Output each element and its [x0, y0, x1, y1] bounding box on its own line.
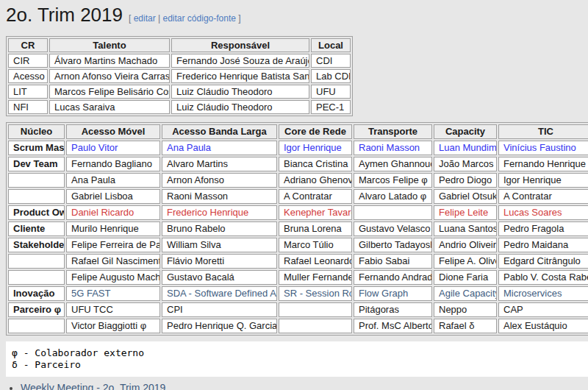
topic-link[interactable]: Microservices [503, 288, 562, 299]
table-cell: UFU TCC [66, 302, 160, 317]
table-cell: Marcos Felipe φ [354, 173, 432, 188]
table-cell: Lucas Soares [498, 205, 588, 220]
table-cell: Lucas Saraiva [49, 100, 170, 114]
table-cell: CIR [8, 54, 48, 68]
table-cell: Arnon Afonso [162, 173, 277, 188]
table-cell: Felipe A. Oliveira [434, 254, 497, 269]
table-cell: Arnon Afonso Vieira Carrasco [49, 69, 170, 83]
table-row: NFI Lucas Saraiva Luiz Cláudio Theodoro … [8, 100, 351, 114]
table-cell: Bianca Cristina [279, 157, 352, 171]
legend-line: φ - Colaborador externo [12, 347, 144, 358]
column-header: Núcleo [8, 124, 65, 139]
table-cell: Igor Henrique [498, 173, 588, 188]
row-label: Dev Team [8, 157, 65, 171]
table-cell: Rafael δ [434, 319, 497, 333]
legend-line: δ - Parceiro [12, 359, 81, 370]
table-cell: Pedro Maidana [498, 238, 588, 252]
table-cell: Gustavo Bacalá [162, 270, 277, 285]
table-cell: Raoni Masson [162, 189, 277, 204]
table-cell: Alvaro Latado φ [354, 189, 432, 204]
topic-link[interactable]: SR - Session Router [284, 288, 352, 299]
table-cell: CDI [311, 54, 351, 68]
page-title: 2o. Trim 2019 [6, 4, 123, 26]
weekly-meeting-link[interactable]: Weekly Meeting - 2o. Trim 2019 [21, 382, 165, 390]
column-header: Capacity [434, 124, 497, 139]
table-cell: NFI [8, 100, 48, 114]
table-row-stakeholders: Felipe Augusto Machado Gustavo Bacalá Mu… [8, 270, 588, 285]
person-link[interactable]: Luan Mundim [439, 142, 497, 153]
table-cell [279, 319, 352, 333]
person-link-red[interactable]: Felipe Leite [439, 207, 488, 218]
table-cell: Álvaro Martins Machado [49, 54, 170, 68]
person-link[interactable]: Paulo Vitor [71, 142, 118, 153]
table-row-parceiro: Victor Biaggiotti φ Pedro Henrique Q. Ga… [8, 319, 588, 333]
person-link-red[interactable]: Frederico Henrique [167, 207, 248, 218]
edit-link[interactable]: editar [134, 13, 156, 24]
cr-table: CR Talento Responsável Local CIR Álvaro … [6, 36, 353, 116]
table-cell: Luan Mundim [434, 141, 497, 155]
row-label [8, 189, 65, 204]
table-cell: SR - Session Router [279, 286, 352, 301]
table-cell: William Silva [162, 238, 277, 252]
row-label: Stakeholders [8, 238, 65, 252]
table-cell: Fernando José Souza de Araújo Faro [171, 54, 309, 68]
table-cell: Frederico Henrique Batista Santos [171, 69, 309, 83]
column-header: TIC [498, 124, 588, 139]
legend-note: φ - Colaborador externo δ - Parceiro [6, 341, 588, 377]
table-cell: Flávio Moretti [162, 254, 277, 269]
row-label [8, 254, 65, 269]
column-header: Transporte [354, 124, 432, 139]
topic-link[interactable]: Agile Capacity [439, 288, 497, 299]
person-link-red[interactable]: Lucas Soares [503, 207, 562, 218]
topic-link[interactable]: 5G FAST [71, 288, 110, 299]
person-link[interactable]: Igor Henrique [284, 142, 342, 153]
row-label: Product Owner [8, 205, 65, 220]
row-label: Inovação [8, 286, 65, 301]
table-cell: Ana Paula [66, 173, 160, 188]
table-cell: Kenepher Tavares [279, 205, 352, 220]
topic-link[interactable]: Flow Graph [359, 288, 408, 299]
edit-source-link[interactable]: editar código-fonte [163, 13, 236, 24]
table-row-stakeholders: Stakeholders Felipe Ferreira de Paula Wi… [8, 238, 588, 252]
person-link[interactable]: Ana Paula [167, 142, 211, 153]
table-cell: Fernando Bagliano [66, 157, 160, 171]
person-link-red[interactable]: Kenepher Tavares [284, 207, 352, 218]
table-cell: Gustavo Velasco [354, 221, 432, 236]
separator: | [158, 13, 160, 24]
table-cell: Pitágoras [354, 302, 432, 317]
table-cell: LIT [8, 85, 48, 99]
table-cell: Raoni Masson [354, 141, 432, 155]
table-cell: Gabriel Otsuka [434, 189, 497, 204]
row-label: Cliente [8, 221, 65, 236]
table-cell: Agile Capacity [434, 286, 497, 301]
topic-link[interactable]: SDA - Software Defined Access [167, 288, 277, 299]
table-cell: Edgard Citrângulo [498, 254, 588, 269]
person-link[interactable]: Vinícius Faustino [503, 142, 576, 153]
bracket-open: [ [129, 13, 131, 24]
table-cell: A Contratar [279, 189, 352, 204]
table-cell: Gilberto Tadayoshi [354, 238, 432, 252]
column-header: Responsável [171, 38, 309, 52]
table-cell: Daniel Ricardo [66, 205, 160, 220]
table-row: CIR Álvaro Martins Machado Fernando José… [8, 54, 351, 68]
row-label: Scrum Master [8, 141, 65, 155]
table-row-parceiro: Parceiro φ UFU TCC CPI Pitágoras Neppo C… [8, 302, 588, 317]
table-cell: Microservices [498, 286, 588, 301]
table-cell: Pablo V. Costa Rabelo [498, 270, 588, 285]
table-cell: Fabio Sabai [354, 254, 432, 269]
table-cell: Prof. MsC Alberto [354, 319, 432, 333]
row-label [8, 270, 65, 285]
table-cell: Fernando Andrade [354, 270, 432, 285]
person-link[interactable]: Raoni Masson [359, 142, 420, 153]
person-link-red[interactable]: Daniel Ricardo [71, 207, 134, 218]
table-cell: Neppo [434, 302, 497, 317]
list-item: Weekly Meeting - 2o. Trim 2019 [21, 382, 588, 390]
table-row-dev-team: Dev Team Fernando Bagliano Alvaro Martin… [8, 157, 588, 171]
table-cell: Frederico Henrique [162, 205, 277, 220]
table-row-cliente: Cliente Murilo Henrique Bruno Rabelo Bru… [8, 221, 588, 236]
table-cell: Alex Eustáquio [498, 319, 588, 333]
table-header-row: Núcleo Acesso Móvel Acesso Banda Larga C… [8, 124, 588, 139]
table-cell: Marcos Felipe Belisário Costa φ [49, 85, 170, 99]
table-cell [354, 205, 432, 220]
table-cell: João Marcos [434, 157, 497, 171]
